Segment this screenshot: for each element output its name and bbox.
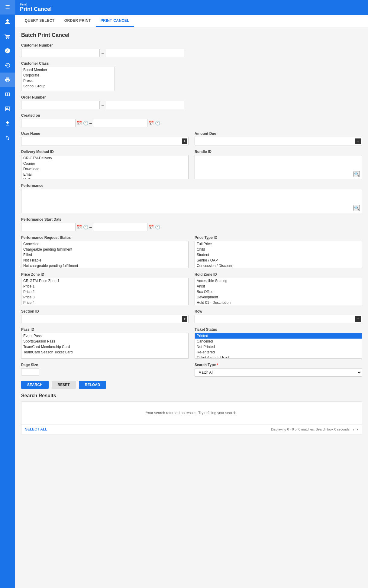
reload-button[interactable]: RELOAD [79,381,106,389]
list-item[interactable]: TeamCard Membership Card [21,344,188,349]
list-item[interactable]: CR-GTM-Price Zone 1 [21,278,188,284]
created-on-calendar-to[interactable]: 📅 [149,121,154,125]
bundle-id-label: Bundle ID [195,150,362,154]
list-item[interactable]: Price 3 [21,294,188,300]
created-on-from[interactable] [21,119,76,127]
list-item[interactable]: Cancelled [21,241,188,247]
list-item[interactable]: Mail [21,177,188,179]
print-icon[interactable] [0,73,15,87]
clock-icon[interactable] [0,44,15,58]
reset-button[interactable]: RESET [52,381,76,389]
performance-search-icon[interactable]: 🔍 [353,205,360,211]
page-size-input[interactable]: 50 [21,368,39,375]
price-type-id-listbox[interactable]: Full Price Child Student Senior / OAP Co… [195,241,362,268]
username-input[interactable] [21,137,189,145]
created-on-label: Created on [21,113,362,118]
layout-icon[interactable] [0,87,15,102]
perf-start-clock-to[interactable]: 🕐 [155,225,160,229]
perf-start-calendar-to[interactable]: 📅 [149,225,154,229]
history-icon[interactable] [0,58,15,73]
menu-icon[interactable]: ☰ [0,0,15,15]
list-item[interactable]: Ticket Already Used [195,355,362,359]
list-item[interactable]: Development [195,294,362,300]
list-item[interactable]: Corporate [21,73,115,78]
report-icon[interactable] [0,102,15,116]
list-item[interactable]: Event Pass [21,333,188,339]
list-item[interactable]: Accessible Seating [195,278,362,284]
upload-icon[interactable] [0,116,15,131]
created-on-to[interactable] [93,119,147,127]
transfer-icon[interactable] [0,131,15,145]
list-item[interactable]: CR-GTM-Delivery [21,155,188,161]
created-on-clock-from[interactable]: 🕐 [83,121,88,125]
perf-request-status-listbox[interactable]: Cancelled Chargeable pending fulfillment… [21,241,189,268]
tab-query-select[interactable]: Query Select [20,15,60,27]
amount-due-add-btn[interactable]: + [355,138,361,144]
app-header: Print Print Cancel [15,0,368,15]
section-id-add-btn[interactable]: + [182,316,187,322]
list-item[interactable]: Not Printed [195,344,362,349]
amount-due-input[interactable] [195,137,362,145]
bundle-id-search-icon[interactable]: 🔍 [353,171,360,177]
list-item[interactable]: Box Office [195,289,362,294]
list-item[interactable]: Courier [21,161,188,166]
created-on-calendar-from[interactable]: 📅 [77,121,82,125]
perf-status-pricetype-row: Performance Request Status Cancelled Cha… [21,236,362,268]
row-add-btn[interactable]: + [355,316,361,322]
list-item[interactable]: Not chargeable pending fulfillment [21,263,188,268]
cart-icon[interactable] [0,29,15,44]
list-item[interactable]: Board Member [21,67,115,73]
search-button[interactable]: SEARCH [21,381,49,389]
list-item[interactable]: Price 4 [21,300,188,305]
list-item[interactable]: SportsSeason Pass [21,339,188,344]
pass-id-listbox[interactable]: Event Pass SportsSeason Pass TeamCard Me… [21,333,189,359]
perf-start-from[interactable] [21,223,76,231]
list-item[interactable]: TeamCard Season Ticket Card [21,349,188,355]
section-id-input[interactable] [21,315,189,323]
list-item[interactable]: Concession / Discount [195,263,362,268]
customer-class-listbox[interactable]: Board Member Corporate Press School Grou… [21,67,115,91]
list-item[interactable]: Filled [21,252,188,258]
performance-box[interactable]: 🔍 [21,189,362,213]
list-item[interactable]: Price 1 [21,284,188,289]
search-type-select[interactable]: Match All Match Any [195,368,362,377]
list-item[interactable]: Chargeable pending fulfillment [21,247,188,252]
person-icon[interactable] [0,15,15,29]
list-item[interactable]: Press [21,78,115,83]
list-item[interactable]: Student [195,252,362,258]
list-item[interactable]: Re-entered [195,349,362,355]
list-item[interactable]: Child [195,247,362,252]
customer-number-to[interactable] [106,49,184,57]
list-item[interactable]: Email [21,172,188,177]
hold-zone-id-listbox[interactable]: Accessible Seating Artist Box Office Dev… [195,278,362,305]
bundle-id-box[interactable]: 🔍 [195,155,362,179]
order-number-to[interactable] [106,101,184,109]
perf-start-clock-from[interactable]: 🕐 [83,225,88,229]
select-all-button[interactable]: SELECT ALL [25,427,47,431]
perf-start-calendar-from[interactable]: 📅 [77,225,82,229]
tab-print-cancel[interactable]: Print Cancel [96,15,134,27]
price-zone-id-listbox[interactable]: CR-GTM-Price Zone 1 Price 1 Price 2 Pric… [21,278,189,305]
list-item[interactable]: Download [21,166,188,172]
list-item[interactable]: Senior / OAP [195,258,362,263]
username-add-btn[interactable]: + [182,138,187,144]
perf-start-to[interactable] [93,223,147,231]
list-item[interactable]: Hold 01 - Description [195,300,362,305]
results-prev-btn[interactable]: ‹ [353,427,354,432]
list-item[interactable]: Artist [195,284,362,289]
passid-ticketstatus-row: Pass ID Event Pass SportsSeason Pass Tea… [21,327,362,359]
list-item[interactable]: School Group [21,83,115,89]
delivery-method-listbox[interactable]: CR-GTM-Delivery Courier Download Email M… [21,155,189,179]
list-item[interactable]: Not Fillable [21,258,188,263]
created-on-clock-to[interactable]: 🕐 [155,121,160,125]
list-item[interactable]: Price 2 [21,289,188,294]
list-item[interactable]: Cancelled [195,339,362,344]
order-number-from[interactable] [21,101,100,109]
ticket-status-listbox[interactable]: Printed Cancelled Not Printed Re-entered… [195,333,362,359]
list-item[interactable]: Printed [195,333,362,339]
customer-number-from[interactable] [21,49,100,57]
list-item[interactable]: Full Price [195,241,362,247]
tab-order-print[interactable]: Order Print [60,15,96,27]
row-input[interactable] [195,315,362,323]
results-next-btn[interactable]: › [357,427,358,432]
